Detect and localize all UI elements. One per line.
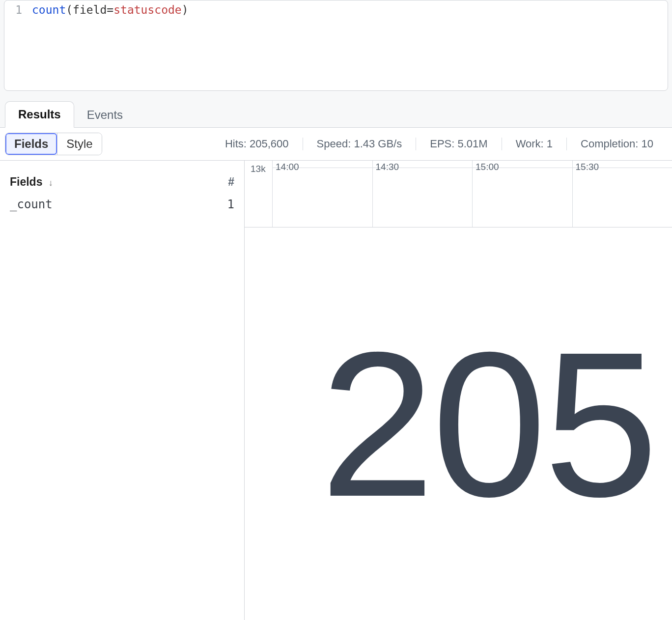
tab-results[interactable]: Results: [5, 101, 74, 128]
main-split: Fields ↓ # _count 1 13k 14:00 14:30 15:0…: [0, 161, 672, 620]
timeline-tick: 14:30: [372, 161, 473, 227]
field-name: _count: [10, 197, 53, 211]
result-tabs: Results Events: [0, 101, 672, 128]
stat-speed: Speed: 1.43 GB/s: [303, 138, 416, 150]
query-editor[interactable]: 1 count(field=statuscode): [4, 0, 668, 91]
timeline-y-tick: 13k: [251, 164, 266, 174]
stat-hits: Hits: 205,600: [211, 138, 303, 150]
stat-eps: EPS: 5.01M: [416, 138, 501, 150]
query-token-func: count: [32, 3, 66, 16]
fields-pill[interactable]: Fields: [5, 133, 57, 155]
query-token-open: (: [66, 3, 73, 16]
timeline-tick: 15:00: [472, 161, 572, 227]
stat-work: Work: 1: [502, 138, 566, 150]
fields-header-text: Fields: [10, 175, 42, 188]
timeline-tick: 15:30: [572, 161, 672, 227]
fields-header[interactable]: Fields ↓ #: [10, 169, 234, 194]
query-token-param-key: field: [73, 3, 107, 16]
fields-count-header: #: [228, 175, 234, 189]
tab-events[interactable]: Events: [74, 102, 136, 128]
field-count: 1: [227, 197, 234, 211]
query-token-param-val: statuscode: [113, 3, 181, 16]
query-code[interactable]: count(field=statuscode): [32, 3, 189, 16]
sort-down-icon: ↓: [49, 178, 53, 188]
result-big-number: 205: [320, 306, 656, 543]
timeline-tick-label: 14:00: [276, 162, 299, 172]
query-token-eq: =: [107, 3, 113, 16]
field-row[interactable]: _count 1: [10, 194, 234, 215]
query-line: 1 count(field=statuscode): [4, 3, 668, 16]
timeline-grid: 14:00 14:30 15:00 15:30: [272, 161, 672, 227]
right-pane: 13k 14:00 14:30 15:00 15:30 205: [245, 161, 672, 620]
timeline-tick: 14:00: [272, 161, 372, 227]
line-number: 1: [12, 3, 32, 16]
results-toolbar: Fields Style Hits: 205,600 Speed: 1.43 G…: [0, 128, 672, 161]
fields-header-label: Fields ↓: [10, 175, 53, 189]
stat-completion: Completion: 10: [566, 138, 667, 150]
timeline-chart[interactable]: 13k 14:00 14:30 15:00 15:30: [245, 161, 672, 227]
style-pill[interactable]: Style: [57, 133, 101, 155]
result-display: 205: [245, 227, 672, 620]
view-mode-group: Fields Style: [5, 133, 102, 155]
timeline-tick-label: 15:30: [576, 162, 599, 172]
fields-panel: Fields ↓ # _count 1: [0, 161, 245, 620]
query-token-close: ): [182, 3, 189, 16]
timeline-tick-label: 15:00: [476, 162, 499, 172]
timeline-tick-label: 14:30: [376, 162, 399, 172]
